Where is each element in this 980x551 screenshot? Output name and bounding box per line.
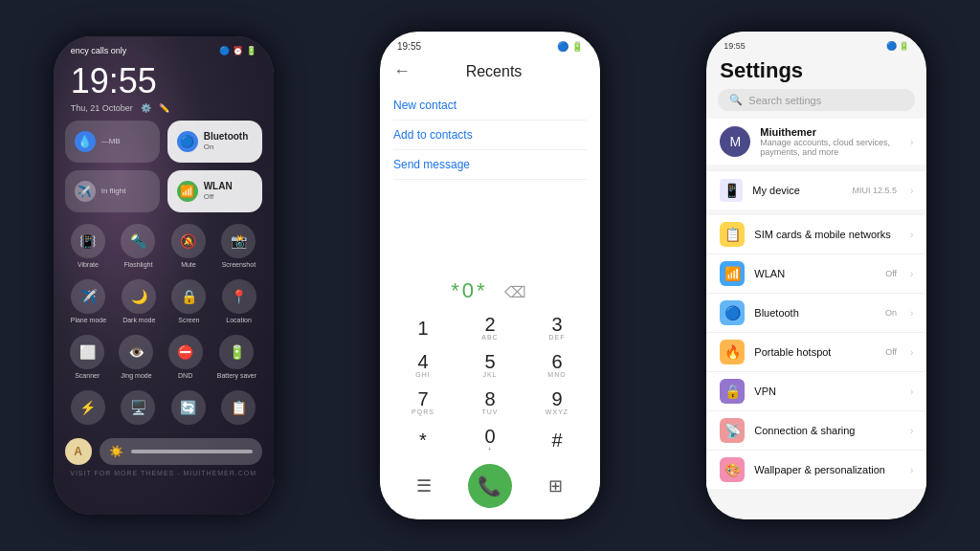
plane-mode-icon: ✈️ (71, 279, 105, 314)
new-contact-btn[interactable]: New contact (393, 91, 587, 121)
chevron-right-icon: › (910, 269, 913, 279)
dialer-input: *0* ⌫ (380, 269, 600, 309)
bluetooth-item[interactable]: 🔵 Bluetooth On › (706, 294, 926, 333)
vibrate-btn[interactable]: 📳 Vibrate (71, 224, 105, 268)
account-item[interactable]: M Miuithemer Manage accounts, cloud serv… (706, 119, 926, 165)
icon-row-2: ✈️ Plane mode 🌙 Dark mode 🔒 Screen 📍 Loc… (54, 276, 274, 327)
hotspot-icon: 🔥 (720, 340, 745, 364)
clock-date: Thu, 21 October ⚙️ ✏️ (54, 103, 274, 121)
contact-actions: New contact Add to contacts Send message (380, 89, 600, 182)
wlan-icon: 📶 (720, 261, 745, 286)
key-5[interactable]: 5 JKL (457, 346, 523, 384)
my-device-item[interactable]: 📱 My device MIUI 12.5.5 › (706, 170, 926, 209)
contacts-grid-icon[interactable]: ⊞ (539, 469, 573, 503)
flashlight-btn[interactable]: 🔦 Flashlight (121, 224, 155, 268)
power-icon: ⚡ (71, 390, 105, 425)
flight-icon: ✈️ (75, 181, 96, 202)
status-bar-1: ency calls only 🔵 ⏰ 🔋 (54, 36, 274, 59)
send-message-btn[interactable]: Send message (393, 150, 587, 180)
plane-mode-btn[interactable]: ✈️ Plane mode (71, 279, 106, 323)
icon-row-3: ⬜ Scanner 👁️ Jing mode ⛔ DND 🔋 Battery s… (54, 331, 274, 383)
chevron-right-icon: › (910, 137, 913, 147)
call-button[interactable]: 📞 (468, 464, 512, 508)
dnd-btn[interactable]: ⛔ DND (168, 335, 203, 379)
sync-btn[interactable]: 🔄 (171, 390, 206, 425)
status-bar-2: 19:55 🔵 🔋 (380, 32, 600, 57)
tile-data[interactable]: 💧 —MB (65, 121, 160, 163)
recents-title: Recents (420, 63, 568, 80)
tile-wlan[interactable]: 📶 WLAN Off (167, 170, 262, 212)
wallpaper-item[interactable]: 🎨 Wallpaper & personalization › (706, 451, 926, 489)
icon-row-1: 📳 Vibrate 🔦 Flashlight 🔕 Mute 📸 Screensh… (54, 220, 274, 272)
watermark-text: VISIT FOR MORE THEMES - MIUITHEMER.COM (54, 470, 274, 476)
clipboard-icon: 📋 (221, 390, 256, 425)
connection-sharing-item[interactable]: 📡 Connection & sharing › (706, 411, 926, 451)
lock-screen-icon: 🔒 (171, 279, 206, 314)
phone-control-center: ency calls only 🔵 ⏰ 🔋 19:55 Thu, 21 Octo… (54, 36, 274, 515)
key-7[interactable]: 7 PQRS (390, 384, 457, 421)
vibrate-icon: 📳 (71, 224, 105, 258)
account-avatar: M (720, 126, 750, 157)
dial-actions: ☰ 📞 ⊞ (380, 458, 600, 519)
backspace-icon[interactable]: ⌫ (504, 284, 529, 300)
phone-dialer: 19:55 🔵 🔋 ← Recents New contact Add to c… (380, 32, 600, 519)
vpn-item[interactable]: 🔒 VPN › (706, 372, 926, 411)
key-1[interactable]: 1 (390, 309, 457, 346)
mute-btn[interactable]: 🔕 Mute (171, 224, 206, 268)
voicemail-icon[interactable]: ☰ (407, 469, 441, 503)
sim-icon: 📋 (720, 222, 745, 247)
chevron-right-icon: › (910, 308, 913, 319)
key-3[interactable]: 3 DEF (523, 309, 590, 346)
chevron-right-icon: › (910, 465, 913, 475)
chevron-right-icon: › (910, 386, 913, 397)
mute-icon: 🔕 (171, 224, 206, 258)
power-btn[interactable]: ⚡ (71, 390, 105, 425)
key-2[interactable]: 2 ABC (457, 309, 523, 346)
icon-row-4: ⚡ 🖥️ 🔄 📋 (54, 386, 274, 429)
dnd-icon: ⛔ (168, 335, 203, 369)
jing-mode-btn[interactable]: 👁️ Jing mode (119, 335, 153, 379)
dialer-screen: 19:55 🔵 🔋 ← Recents New contact Add to c… (380, 32, 600, 519)
brightness-control[interactable]: ☀️ (100, 438, 262, 465)
status-left: ency calls only (71, 46, 127, 55)
key-8[interactable]: 8 TUV (457, 384, 523, 421)
tile-flight[interactable]: ✈️ In flight (65, 170, 160, 212)
screenshot-icon: 📸 (221, 224, 256, 258)
key-9[interactable]: 9 WXYZ (523, 384, 590, 421)
add-to-contacts-btn[interactable]: Add to contacts (393, 121, 587, 150)
location-btn[interactable]: 📍 Location (222, 279, 256, 323)
back-button[interactable]: ← (393, 61, 411, 81)
chevron-right-icon: › (910, 186, 913, 196)
wlan-icon: 📶 (177, 181, 198, 202)
keypad: 1 2 ABC 3 DEF 4 GHI 5 JKL 6 MNO (380, 309, 600, 458)
scanner-icon: ⬜ (70, 335, 104, 369)
chevron-right-icon: › (910, 426, 913, 436)
key-hash[interactable]: # (523, 421, 590, 458)
clock-time: 19:55 (54, 59, 274, 103)
connection-sharing-icon: 📡 (720, 418, 745, 443)
quick-tiles: 💧 —MB 🔵 Bluetooth On ✈️ In flight 📶 (54, 121, 274, 220)
wlan-item[interactable]: 📶 WLAN Off › (706, 254, 926, 294)
dark-mode-icon: 🌙 (122, 279, 156, 314)
clipboard-btn[interactable]: 📋 (221, 390, 256, 425)
location-icon: 📍 (222, 279, 256, 314)
key-6[interactable]: 6 MNO (523, 346, 590, 384)
hotspot-item[interactable]: 🔥 Portable hotspot Off › (706, 333, 926, 372)
network-settings-group: 📋 SIM cards & mobile networks › 📶 WLAN O… (706, 215, 926, 489)
dark-mode-btn[interactable]: 🌙 Dark mode (122, 279, 156, 323)
screenshot-btn[interactable]: 📸 Screenshot (221, 224, 256, 268)
battery-saver-btn[interactable]: 🔋 Battery saver (217, 335, 256, 379)
chevron-right-icon: › (910, 347, 913, 358)
device-icon: 📱 (720, 179, 743, 202)
screen-icon: 🖥️ (121, 390, 155, 425)
scanner-btn[interactable]: ⬜ Scanner (70, 335, 104, 379)
key-0[interactable]: 0 + (457, 421, 523, 458)
screen-btn[interactable]: 🖥️ (121, 390, 155, 425)
tile-bluetooth[interactable]: 🔵 Bluetooth On (167, 121, 262, 163)
chevron-right-icon: › (910, 230, 913, 240)
settings-search-bar[interactable]: 🔍 Search settings (718, 89, 915, 111)
sim-cards-item[interactable]: 📋 SIM cards & mobile networks › (706, 215, 926, 254)
key-4[interactable]: 4 GHI (390, 346, 457, 384)
lock-screen-btn[interactable]: 🔒 Screen (171, 279, 206, 323)
key-star[interactable]: * (390, 421, 457, 458)
